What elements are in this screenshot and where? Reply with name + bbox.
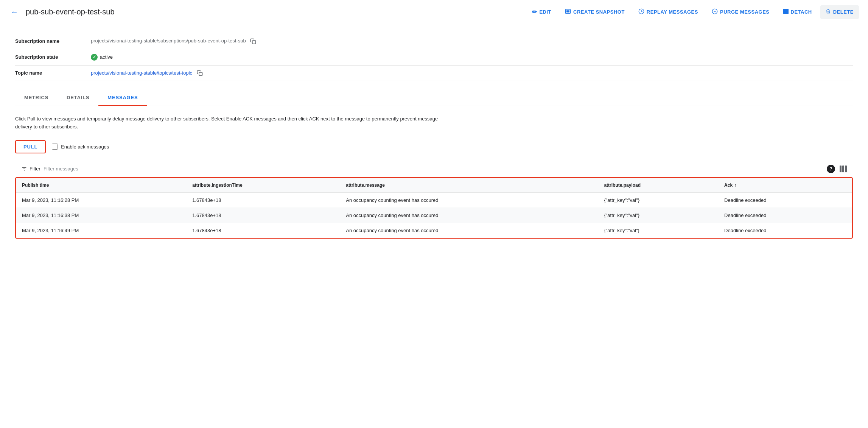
svg-rect-6 (252, 41, 256, 44)
table-row: Mar 9, 2023, 11:16:49 PM 1.67843e+18 An … (16, 223, 852, 238)
enable-ack-checkbox[interactable] (52, 144, 58, 150)
columns-icon[interactable] (840, 166, 847, 172)
cell-message-3: An occupancy counting event has occured (340, 223, 598, 238)
header-actions: ✏ EDIT CREATE SNAPSHOT REPLAY MESSAGES P… (527, 5, 859, 19)
purge-messages-button[interactable]: PURGE MESSAGES (706, 5, 775, 19)
value-topic-name: projects/visionai-testing-stable/topics/… (91, 65, 853, 81)
cell-message-1: An occupancy counting event has occured (340, 192, 598, 208)
cell-ack-1: Deadline exceeded (718, 192, 852, 208)
messages-table: Publish time attribute.ingestionTime att… (16, 178, 852, 238)
active-badge: active (91, 54, 113, 61)
topic-name-link[interactable]: projects/visionai-testing-stable/topics/… (91, 70, 192, 76)
cell-payload-3: {"attr_key":"val"} (598, 223, 718, 238)
snapshot-icon (565, 8, 571, 16)
svg-rect-7 (199, 72, 202, 76)
messages-table-wrapper: Publish time attribute.ingestionTime att… (15, 177, 853, 239)
cell-payload-1: {"attr_key":"val"} (598, 192, 718, 208)
replay-icon (638, 8, 644, 16)
cell-ack-2: Deadline exceeded (718, 208, 852, 223)
messages-description: Click Pull to view messages and temporar… (15, 115, 450, 131)
help-icon[interactable]: ? (827, 165, 835, 173)
value-subscription-state: active (91, 49, 853, 65)
pull-row: PULL Enable ack messages (15, 140, 853, 153)
svg-rect-5 (783, 9, 789, 14)
cell-payload-2: {"attr_key":"val"} (598, 208, 718, 223)
cell-publish-time-3: Mar 9, 2023, 11:16:49 PM (16, 223, 186, 238)
active-dot-icon (91, 54, 98, 61)
tab-metrics[interactable]: METRICS (15, 90, 58, 106)
filter-label: Filter (21, 166, 40, 172)
cell-ingestion-time-2: 1.67843e+18 (186, 208, 340, 223)
value-subscription-name: projects/visionai-testing-stable/subscri… (91, 33, 853, 49)
filter-bar: Filter Filter messages ? (15, 161, 853, 177)
cell-message-2: An occupancy counting event has occured (340, 208, 598, 223)
purge-icon (712, 8, 718, 16)
enable-ack-label[interactable]: Enable ack messages (52, 144, 109, 150)
label-subscription-state: Subscription state (15, 49, 91, 65)
back-button[interactable]: ← (9, 6, 20, 18)
col-publish-time[interactable]: Publish time (16, 178, 186, 193)
col-ack[interactable]: Ack ↑ (718, 178, 852, 193)
cell-ack-3: Deadline exceeded (718, 223, 852, 238)
cell-publish-time-2: Mar 9, 2023, 11:16:38 PM (16, 208, 186, 223)
info-row-topic-name: Topic name projects/visionai-testing-sta… (15, 65, 853, 81)
detach-button[interactable]: DETACH (778, 6, 817, 19)
cell-ingestion-time-1: 1.67843e+18 (186, 192, 340, 208)
tabs-bar: METRICS DETAILS MESSAGES (15, 90, 853, 106)
tab-messages[interactable]: MESSAGES (98, 90, 147, 106)
cell-ingestion-time-3: 1.67843e+18 (186, 223, 340, 238)
label-subscription-name: Subscription name (15, 33, 91, 49)
top-header: ← pub-sub-event-op-test-sub ✏ EDIT CREAT… (0, 0, 868, 24)
info-row-subscription-state: Subscription state active (15, 49, 853, 65)
cell-publish-time-1: Mar 9, 2023, 11:16:28 PM (16, 192, 186, 208)
detach-icon (783, 9, 789, 16)
table-header-row: Publish time attribute.ingestionTime att… (16, 178, 852, 193)
edit-button[interactable]: ✏ EDIT (527, 5, 557, 19)
back-arrow-icon: ← (11, 8, 18, 16)
info-table: Subscription name projects/visionai-test… (15, 33, 853, 81)
edit-icon: ✏ (532, 8, 537, 16)
replay-messages-button[interactable]: REPLAY MESSAGES (633, 5, 703, 19)
pull-button[interactable]: PULL (15, 140, 46, 153)
main-content: Subscription name projects/visionai-test… (0, 24, 868, 248)
delete-button[interactable]: DELETE (820, 5, 859, 19)
col-payload[interactable]: attribute.payload (598, 178, 718, 193)
svg-rect-1 (566, 10, 569, 12)
filter-actions: ? (827, 165, 847, 173)
col-ingestion-time[interactable]: attribute.ingestionTime (186, 178, 340, 193)
copy-topic-name-icon[interactable] (197, 70, 203, 76)
filter-placeholder[interactable]: Filter messages (44, 166, 824, 172)
filter-icon (21, 166, 27, 172)
delete-icon (826, 8, 831, 16)
col-message[interactable]: attribute.message (340, 178, 598, 193)
page-title: pub-sub-event-op-test-sub (26, 8, 115, 16)
copy-subscription-name-icon[interactable] (250, 38, 256, 44)
table-row: Mar 9, 2023, 11:16:28 PM 1.67843e+18 An … (16, 192, 852, 208)
tab-details[interactable]: DETAILS (58, 90, 98, 106)
create-snapshot-button[interactable]: CREATE SNAPSHOT (560, 5, 630, 19)
info-row-subscription-name: Subscription name projects/visionai-test… (15, 33, 853, 49)
ack-sort-icon: ↑ (734, 183, 736, 188)
label-topic-name: Topic name (15, 65, 91, 81)
table-row: Mar 9, 2023, 11:16:38 PM 1.67843e+18 An … (16, 208, 852, 223)
